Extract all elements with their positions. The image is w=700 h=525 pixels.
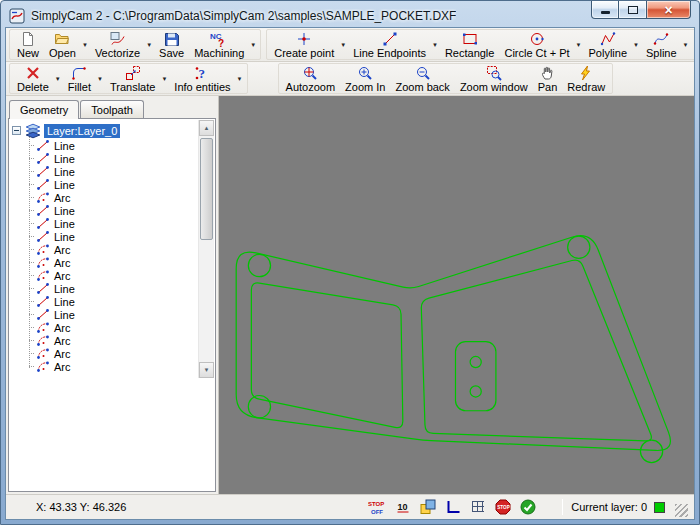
tree-item-arc[interactable]: Arc xyxy=(9,256,215,269)
rectangle-button[interactable]: Rectangle xyxy=(440,29,500,61)
save-button[interactable]: Save xyxy=(154,29,189,61)
tree-item-label: Line xyxy=(54,140,75,152)
tree-item-label: Line xyxy=(54,296,75,308)
toolbar-edit-view: DeleteFilletTranslate?Info entitiesAutoz… xyxy=(6,62,694,96)
ortho-icon[interactable] xyxy=(443,499,463,515)
tree-scrollbar[interactable] xyxy=(198,120,214,378)
titlebar[interactable]: SimplyCam 2 - C:\ProgramData\SimplyCam 2… xyxy=(1,1,699,27)
scroll-down-icon[interactable] xyxy=(199,362,214,378)
line-endpoints-dropdown-icon[interactable] xyxy=(431,42,440,48)
tree-item-arc[interactable]: Arc xyxy=(9,243,215,256)
drawing-canvas[interactable] xyxy=(219,96,694,494)
translate-dropdown-icon[interactable] xyxy=(160,76,169,82)
line-entity-icon xyxy=(36,139,50,152)
tree-item-arc[interactable]: Arc xyxy=(9,347,215,360)
new-button[interactable]: New xyxy=(12,29,44,61)
stop-off-icon[interactable]: STOPOFF xyxy=(368,499,388,515)
tree-item-line[interactable]: Line xyxy=(9,295,215,308)
fillet-button[interactable]: Fillet xyxy=(63,63,96,95)
pan-hand-icon xyxy=(540,65,556,81)
tree-item-line[interactable]: Line xyxy=(9,152,215,165)
tree-item-layer[interactable]: Layer:Layer_0 xyxy=(9,122,215,139)
current-layer-color[interactable] xyxy=(654,502,665,513)
zoom-in-button[interactable]: Zoom In xyxy=(340,63,390,95)
tree-item-line[interactable]: Line xyxy=(9,204,215,217)
grid-icon[interactable] xyxy=(468,499,488,515)
circle-ct-pt-button[interactable]: Circle Ct + Pt xyxy=(499,29,574,61)
zoom-back-label: Zoom back xyxy=(395,81,449,93)
fillet-dropdown-icon[interactable] xyxy=(96,76,105,82)
tree-item-arc[interactable]: Arc xyxy=(9,334,215,347)
info-entities-dropdown-icon[interactable] xyxy=(236,76,245,82)
tree-item-label: Arc xyxy=(54,244,71,256)
zoom-window-button[interactable]: Zoom window xyxy=(455,63,533,95)
tree-item-label: Line xyxy=(54,153,75,165)
autozoom-icon xyxy=(302,65,318,81)
tree-item-line[interactable]: Line xyxy=(9,308,215,321)
polyline-dropdown-icon[interactable] xyxy=(632,42,641,48)
polyline-button[interactable]: Polyline xyxy=(584,29,633,61)
line-entity-icon xyxy=(36,178,50,191)
tree-item-arc[interactable]: Arc xyxy=(9,360,215,373)
open-button[interactable]: Open xyxy=(44,29,81,61)
delete-button[interactable]: Delete xyxy=(12,63,54,95)
toolbar-item: Pan xyxy=(533,64,563,93)
layer-icon xyxy=(25,123,41,139)
vectorize-dropdown-icon[interactable] xyxy=(145,42,154,48)
stop-icon[interactable]: STOP xyxy=(493,499,513,515)
tab-toolpath[interactable]: Toolpath xyxy=(80,100,144,118)
scroll-up-icon[interactable] xyxy=(199,120,214,136)
autozoom-button[interactable]: Autozoom xyxy=(281,63,341,95)
app-icon xyxy=(9,8,25,24)
close-button[interactable] xyxy=(647,1,691,19)
machining-button[interactable]: NC?Machining xyxy=(189,29,249,61)
line-endpoints-button[interactable]: Line Endpoints xyxy=(348,29,431,61)
vectorize-label: Vectorize xyxy=(95,47,140,59)
delete-dropdown-icon[interactable] xyxy=(54,76,63,82)
tree-item-line[interactable]: Line xyxy=(9,178,215,191)
tab-geometry[interactable]: Geometry xyxy=(9,100,79,119)
redraw-icon xyxy=(578,65,594,81)
vectorize-button[interactable]: Vectorize xyxy=(90,29,145,61)
scrollbar-thumb[interactable] xyxy=(200,138,213,240)
ok-icon[interactable] xyxy=(518,499,538,515)
collapse-expander-icon[interactable] xyxy=(12,126,21,135)
tree-item-line[interactable]: Line xyxy=(9,217,215,230)
decimal-10-icon[interactable]: 10 xyxy=(393,499,413,515)
open-dropdown-icon[interactable] xyxy=(81,42,90,48)
line-entity-icon xyxy=(36,295,50,308)
create-point-dropdown-icon[interactable] xyxy=(339,42,348,48)
spline-button[interactable]: Spline xyxy=(641,29,682,61)
zoom-back-button[interactable]: Zoom back xyxy=(390,63,454,95)
tree-item-arc[interactable]: Arc xyxy=(9,191,215,204)
scrollbar-track[interactable] xyxy=(199,136,214,362)
tree-item-line[interactable]: Line xyxy=(9,282,215,295)
tree-item-line[interactable]: Line xyxy=(9,139,215,152)
tree-item-line[interactable]: Line xyxy=(9,230,215,243)
tree-item-arc[interactable]: Arc xyxy=(9,269,215,282)
arc-entity-icon xyxy=(36,321,50,334)
circle-ct-pt-dropdown-icon[interactable] xyxy=(575,42,584,48)
spline-dropdown-icon[interactable] xyxy=(682,42,691,48)
truetype-button[interactable]: AbcTrueType xyxy=(691,29,694,61)
zoom-window-label: Zoom window xyxy=(460,81,528,93)
tree-item-line[interactable]: Line xyxy=(9,165,215,178)
tree-item-arc[interactable]: Arc xyxy=(9,321,215,334)
translate-button[interactable]: Translate xyxy=(105,63,160,95)
pan-button[interactable]: Pan xyxy=(533,63,563,95)
create-point-button[interactable]: Create point xyxy=(269,29,339,61)
left-panel: Geometry Toolpath Layer:Layer_0 LineLine… xyxy=(6,96,219,494)
layer-manager-icon[interactable] xyxy=(418,499,438,515)
info-entities-button[interactable]: ?Info entities xyxy=(169,63,235,95)
svg-text:?: ? xyxy=(199,65,206,80)
machining-dropdown-icon[interactable] xyxy=(249,42,258,48)
maximize-button[interactable] xyxy=(619,1,647,19)
redraw-button[interactable]: Redraw xyxy=(562,63,610,95)
minimize-button[interactable] xyxy=(591,1,619,19)
resize-grip[interactable] xyxy=(675,504,688,517)
toolbar-group: NewOpenVectorizeSaveNC?Machining xyxy=(9,29,261,60)
toolbar-file-draw: NewOpenVectorizeSaveNC?MachiningCreate p… xyxy=(6,28,694,62)
window-controls xyxy=(591,1,691,19)
toolbar-item: ?Info entities xyxy=(169,64,244,93)
toolbar-group: DeleteFilletTranslate?Info entities xyxy=(9,63,248,94)
